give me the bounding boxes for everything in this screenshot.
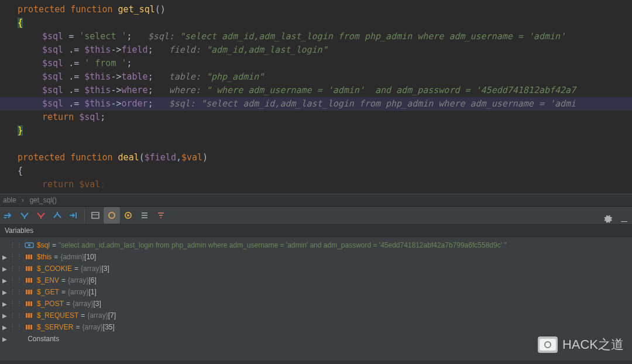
var: $sql bbox=[42, 44, 63, 55]
variables-tree[interactable]: ⋮⋮ $sql = "select adm_id,adm_last_login … bbox=[0, 237, 632, 347]
grip-icon bbox=[9, 335, 13, 342]
code-line[interactable]: $sql .= $this->table; table: "php_admin" bbox=[0, 70, 632, 84]
code-line[interactable]: { bbox=[0, 164, 632, 178]
tree-arrow-icon[interactable]: ▶ bbox=[2, 313, 8, 319]
param: $field bbox=[145, 152, 176, 163]
var-count: [10] bbox=[84, 253, 96, 261]
gear-icon[interactable] bbox=[603, 214, 612, 225]
paren-open: ( bbox=[139, 152, 145, 163]
code-line[interactable]: $sql .= ' from '; bbox=[0, 57, 632, 70]
keyword: function bbox=[70, 4, 118, 15]
svg-point-13 bbox=[28, 244, 30, 246]
crumb-item[interactable]: get_sql() bbox=[28, 196, 59, 204]
var-row-get[interactable]: ▶ ⋮⋮ $_GET = {array} [1] bbox=[0, 286, 632, 298]
keyword: protected bbox=[18, 4, 70, 15]
svg-rect-15 bbox=[28, 255, 30, 259]
op: = bbox=[63, 31, 79, 42]
step-into-icon[interactable] bbox=[33, 207, 49, 224]
step-over-icon[interactable] bbox=[16, 207, 33, 224]
array-icon bbox=[25, 264, 34, 273]
trace-target-icon[interactable] bbox=[120, 207, 136, 224]
this-ref: $this bbox=[84, 71, 111, 82]
field-ref: where bbox=[121, 85, 147, 95]
breadcrumb[interactable]: able › get_sql() bbox=[0, 194, 632, 207]
tree-arrow-icon[interactable]: ▶ bbox=[2, 277, 8, 284]
inlay-hint-label: $sql: bbox=[169, 98, 201, 109]
minimize-icon[interactable]: — bbox=[621, 215, 627, 227]
grip-icon: ⋮⋮ bbox=[9, 312, 22, 320]
code-line[interactable]: $sql .= $this->field; field: "adm_id,adm… bbox=[0, 43, 632, 57]
var-count: [1] bbox=[88, 288, 96, 296]
tree-arrow-icon[interactable]: ▶ bbox=[2, 254, 8, 260]
svg-rect-20 bbox=[26, 278, 28, 283]
code-line[interactable]: protected function get_sql() bbox=[0, 3, 632, 16]
array-icon bbox=[25, 299, 34, 308]
crumb-item[interactable]: able bbox=[1, 196, 18, 204]
code-line[interactable]: } bbox=[0, 124, 632, 138]
equals: = bbox=[66, 300, 70, 308]
filter-icon[interactable] bbox=[153, 207, 169, 224]
step-out-icon[interactable] bbox=[49, 207, 66, 224]
semi: ; bbox=[148, 85, 153, 95]
semi: ; bbox=[100, 179, 105, 190]
tree-arrow-icon[interactable]: ▶ bbox=[2, 301, 8, 307]
debug-toolbar bbox=[0, 207, 632, 224]
var-name: $_POST bbox=[37, 300, 64, 308]
grip-icon: ⋮⋮ bbox=[9, 253, 22, 261]
code-line-current[interactable]: $sql .= $this->order; $sql: "select adm_… bbox=[0, 97, 632, 111]
grip-icon: ⋮⋮ bbox=[9, 289, 22, 296]
svg-rect-19 bbox=[30, 266, 32, 271]
var-name: $_COOKIE bbox=[37, 265, 72, 273]
arrow: -> bbox=[111, 85, 121, 95]
var-row-env[interactable]: ▶ ⋮⋮ $_ENV = {array} [6] bbox=[0, 274, 632, 286]
inlay-hint-value: "select adm_id,adm_last_login from php_a… bbox=[201, 98, 576, 109]
svg-rect-23 bbox=[26, 290, 28, 294]
evaluate-icon[interactable] bbox=[87, 207, 104, 224]
var-name: $this bbox=[37, 253, 51, 261]
grip-icon: ⋮⋮ bbox=[9, 277, 22, 284]
var-type: {array} bbox=[68, 288, 88, 296]
field-ref: table bbox=[121, 71, 147, 82]
var: $sql bbox=[42, 71, 63, 82]
paren-close: ) bbox=[202, 152, 208, 163]
code-line[interactable]: { bbox=[0, 16, 632, 30]
code-line[interactable]: return $val; bbox=[0, 178, 632, 191]
code-line[interactable]: return $sql; bbox=[0, 111, 632, 124]
var-row-this[interactable]: ▶ ⋮⋮ $this = {admin} [10] bbox=[0, 251, 632, 263]
code-line[interactable]: $sql = 'select '; $sql: "select adm_id,a… bbox=[0, 30, 632, 43]
arrow: -> bbox=[111, 71, 121, 82]
var-row-cookie[interactable]: ▶ ⋮⋮ $_COOKIE = {array} [3] bbox=[0, 263, 632, 274]
inlay-hint-value: "select adm_id,adm_last_login from php_a… bbox=[180, 31, 576, 42]
array-icon bbox=[25, 287, 34, 297]
var-row-sql[interactable]: ⋮⋮ $sql = "select adm_id,adm_last_login … bbox=[0, 239, 632, 251]
blank-line[interactable] bbox=[0, 138, 632, 151]
var-value: "select adm_id,adm_last_login from php_a… bbox=[59, 241, 507, 249]
editor-pane[interactable]: protected function get_sql() { $sql = 's… bbox=[0, 0, 632, 194]
list-icon[interactable] bbox=[136, 207, 153, 224]
watermark: HACK之道 bbox=[538, 336, 624, 353]
var: $sql bbox=[42, 98, 63, 109]
trace-icon[interactable] bbox=[104, 207, 120, 224]
op: .= bbox=[63, 71, 84, 82]
tree-arrow-icon[interactable]: ▶ bbox=[2, 324, 8, 331]
tree-arrow-icon[interactable]: ▶ bbox=[2, 336, 8, 342]
var-type: {array} bbox=[81, 265, 101, 273]
svg-rect-31 bbox=[30, 313, 32, 318]
tree-arrow-icon[interactable]: ▶ bbox=[2, 289, 8, 296]
run-to-cursor-icon[interactable] bbox=[66, 207, 82, 224]
var-type: {array} bbox=[87, 311, 108, 320]
inlay-hint-label: field: bbox=[169, 44, 206, 55]
inlay-hint-value: " where adm_username = 'admin' and adm_p… bbox=[206, 85, 576, 95]
tree-arrow-icon[interactable]: ▶ bbox=[2, 266, 8, 272]
var-row-server[interactable]: ▶ ⋮⋮ $_SERVER = {array} [35] bbox=[0, 321, 632, 333]
code-line[interactable]: $sql .= $this->where; where: " where adm… bbox=[0, 84, 632, 97]
svg-rect-28 bbox=[30, 301, 32, 306]
svg-rect-27 bbox=[28, 301, 30, 306]
svg-rect-24 bbox=[28, 290, 30, 294]
show-exec-point-icon[interactable] bbox=[0, 207, 16, 224]
svg-rect-17 bbox=[26, 266, 28, 271]
var-row-post[interactable]: ▶ ⋮⋮ $_POST = {array} [3] bbox=[0, 298, 632, 310]
var-row-request[interactable]: ▶ ⋮⋮ $_REQUEST = {array} [7] bbox=[0, 310, 632, 321]
code-line[interactable]: protected function deal($field,$val) bbox=[0, 151, 632, 164]
keyword: return bbox=[42, 112, 79, 122]
